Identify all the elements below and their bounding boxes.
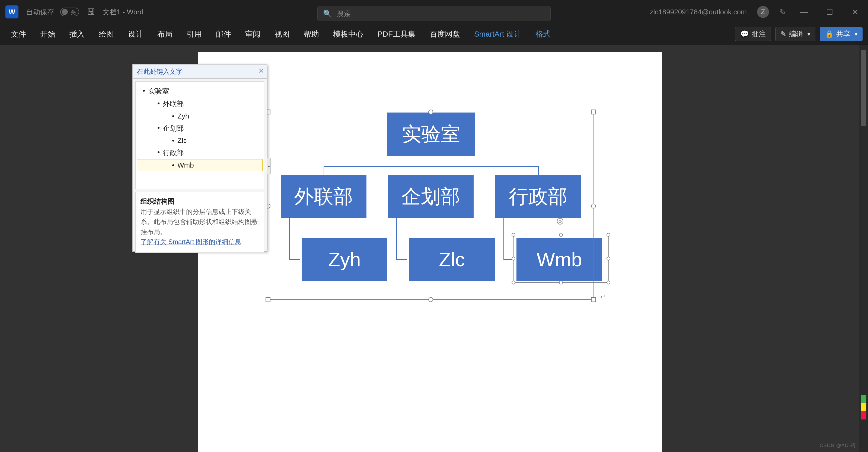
resize-handle-n[interactable] [428,109,433,115]
user-email[interactable]: zlc18992091784@outlook.com [650,8,747,16]
status-color-icon [861,395,866,419]
text-pane-info: 组织结构图 用于显示组织中的分层信息或上下级关系。此布局包含辅助形状和组织结构图… [135,192,264,253]
list-item[interactable]: 企划部 [137,122,262,135]
tab-pdftools[interactable]: PDF工具集 [373,27,420,41]
tab-references[interactable]: 引用 [182,27,206,41]
toggle-off-icon[interactable]: 关 [60,8,79,16]
tab-design[interactable]: 设计 [124,27,148,41]
ribbon-display-icon[interactable]: ✎ [779,7,786,17]
search-input[interactable]: 🔍 搜索 [317,6,551,21]
tab-templates[interactable]: 模板中心 [329,27,368,41]
comments-button[interactable]: 💬 批注 [735,27,771,41]
autosave-toggle[interactable]: 自动保存 关 [26,7,79,17]
resize-handle-e[interactable] [591,204,596,208]
window-restore-button[interactable]: ☐ [822,8,837,17]
shape-handle-se[interactable] [607,281,610,284]
info-body: 用于显示组织中的分层信息或上下级关系。此布局包含辅助形状和组织结构图悬挂布局。 [141,208,258,235]
search-placeholder: 搜索 [337,9,351,19]
page: 实验室 外联部 企划部 行政部 Zyh Zlc Wmb ⟳ ↵ [198,52,662,452]
tab-review[interactable]: 审阅 [241,27,265,41]
info-learn-more-link[interactable]: 了解有关 SmartArt 图形的详细信息 [141,238,241,246]
shape-handle-w[interactable] [512,257,516,261]
list-item[interactable]: Zyh [137,110,262,122]
list-item[interactable]: Zlc [137,135,262,147]
tab-file[interactable]: 文件 [6,27,30,41]
close-icon[interactable]: ✕ [258,67,264,75]
list-item[interactable]: 行政部 [137,147,262,159]
scroll-thumb[interactable] [861,50,866,126]
shape-selection-frame[interactable] [514,235,609,283]
document-title: 文档1 - Word [102,7,144,17]
tab-draw[interactable]: 绘图 [94,27,118,41]
autosave-label: 自动保存 [26,7,54,17]
text-pane-title: 在此处键入文字 [137,67,183,76]
tab-mailings[interactable]: 邮件 [212,27,236,41]
word-app-icon: W [5,5,19,19]
resize-handle-ne[interactable] [591,109,596,115]
smartart-text-pane[interactable]: 在此处键入文字 ✕ 实验室 外联部 Zyh 企划部 Zlc 行政部 Wmb 组织… [132,64,267,252]
window-close-button[interactable]: ✕ [847,8,863,17]
text-pane-list[interactable]: 实验室 外联部 Zyh 企划部 Zlc 行政部 Wmb [135,82,264,189]
watermark: CSDN @AD 钙 [820,442,856,449]
resize-handle-se[interactable] [591,297,596,302]
save-icon[interactable]: 🖫 [87,7,95,17]
ribbon-tabs: 文件 开始 插入 绘图 设计 布局 引用 邮件 审阅 视图 帮助 模板中心 PD… [0,24,868,44]
list-item-editing[interactable]: Wmb [137,159,262,171]
paragraph-mark-icon: ↵ [600,293,606,300]
text-pane-title-bar[interactable]: 在此处键入文字 ✕ [133,65,267,78]
shape-handle-ne[interactable] [607,233,610,237]
document-canvas[interactable]: 实验室 外联部 企划部 行政部 Zyh Zlc Wmb ⟳ ↵ [0,44,859,452]
resize-handle-s[interactable] [428,297,433,302]
share-button[interactable]: 🔒 共享 [820,27,863,41]
window-minimize-button[interactable]: — [796,8,812,16]
shape-handle-s[interactable] [559,281,563,284]
tab-smartart-design[interactable]: SmartArt 设计 [470,27,526,41]
vertical-scrollbar[interactable] [859,44,868,452]
info-title: 组织结构图 [141,197,175,205]
shape-handle-sw[interactable] [512,281,516,284]
shape-handle-n[interactable] [559,233,563,237]
tab-help[interactable]: 帮助 [300,27,323,41]
search-icon: 🔍 [323,9,332,18]
title-bar: W 自动保存 关 🖫 文档1 - Word 🔍 搜索 zlc1899209178… [0,0,868,24]
resize-handle-sw[interactable] [266,297,271,302]
text-pane-collapse-button[interactable]: ▸ [267,158,271,174]
tab-baidudisk[interactable]: 百度网盘 [425,27,464,41]
edit-mode-button[interactable]: ✎ 编辑 [775,27,815,41]
avatar[interactable]: Z [757,6,769,18]
shape-handle-e[interactable] [607,257,610,261]
tab-home[interactable]: 开始 [36,27,60,41]
tab-format[interactable]: 格式 [531,27,555,41]
tab-view[interactable]: 视图 [270,27,294,41]
list-item[interactable]: 实验室 [137,85,262,98]
tab-layout[interactable]: 布局 [153,27,177,41]
list-item[interactable]: 外联部 [137,98,262,110]
rotate-handle[interactable]: ⟳ [557,218,563,225]
tab-insert[interactable]: 插入 [65,27,89,41]
shape-handle-nw[interactable] [512,233,516,237]
